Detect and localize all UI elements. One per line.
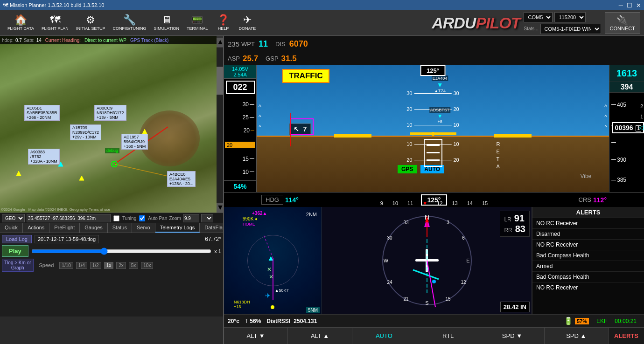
restore-button[interactable]: ☐ (627, 2, 632, 9)
svg-text:12: 12 (461, 280, 466, 285)
tab-telemetry-logs[interactable]: Telemetry Logs (155, 223, 200, 233)
alert-armed[interactable]: Armed (532, 261, 644, 272)
speed-btn-1x[interactable]: 1x (104, 262, 114, 269)
auto-button[interactable]: AUTO (352, 328, 416, 344)
aircraft-a90383[interactable]: A90383/B752+328A - 10NM (28, 149, 60, 165)
heading-center-box: 125° (421, 194, 448, 206)
scroll-up[interactable]: ▲ (217, 38, 223, 47)
autopan-label: Auto Pan (148, 216, 167, 221)
alt-second-value: 394 (609, 82, 644, 93)
alerts-end-button[interactable]: ALERTS (609, 332, 644, 339)
toolbar-flight-data[interactable]: 🏠 FLIGHT DATA (4, 14, 38, 32)
alert-no-rc-3[interactable]: NO RC Receiver (532, 282, 644, 293)
tab-preflight[interactable]: PreFlight (49, 223, 80, 233)
hdg-value: 114° (285, 196, 299, 204)
scroll-thumb[interactable] (217, 67, 223, 95)
speed-btn-1-4[interactable]: 1/4 (76, 262, 87, 269)
battery-display: 🔋 57% (560, 316, 593, 325)
speed-btn-10x[interactable]: 10x (141, 262, 153, 269)
toolbar-flight-plan[interactable]: 🗺 FLIGHT PLAN (38, 14, 72, 32)
tab-quick[interactable]: Quick (0, 223, 23, 233)
tab-actions[interactable]: Actions (23, 223, 49, 233)
svg-marker-3 (16, 171, 21, 176)
aircraft-a80cc9[interactable]: A80CC9N618DH/C172+13v - 5NM (94, 105, 126, 121)
status-right: 🔋 57% EKF 00:00:21 (560, 316, 640, 325)
baud-rate-select[interactable]: 115200 (554, 12, 586, 22)
tuning-checkbox[interactable] (113, 215, 119, 221)
hdop-value: 0.7 (15, 38, 22, 43)
autopan-checkbox[interactable] (139, 215, 145, 221)
aircraft-a1b709[interactable]: A1B709N2099D/C172+29v - 10NM (70, 124, 101, 140)
tab-dataflash-logs[interactable]: DataFlash Logs (200, 223, 223, 233)
alt-405: 405 (610, 102, 643, 108)
aircraft-a4bce0[interactable]: A4BCE0EJA404/E5+128A - 20... (167, 171, 196, 187)
toolbar-simulation[interactable]: 🖥 SIMULATION (150, 14, 183, 32)
toolbar-config-tuning[interactable]: 🔧 CONFIG/TUNING (109, 14, 150, 32)
map-scrollbar[interactable]: ▲ ▼ (217, 36, 223, 213)
zoom-select[interactable] (201, 214, 213, 222)
rtl-button[interactable]: RTL (416, 328, 480, 344)
gps-badge: GPS (398, 165, 417, 173)
t-value: 56% (250, 318, 261, 324)
toolbar-terminal[interactable]: 📟 TERMINAL (183, 14, 212, 32)
tuning-label: Tuning (122, 216, 136, 221)
tab-gauges[interactable]: Gauges (80, 223, 108, 233)
aircraft-ae05b1[interactable]: AE05B1SABRE35/K35R+266 - 20NM (24, 105, 60, 121)
scroll-track[interactable] (217, 48, 223, 203)
load-log-button[interactable]: Load Log (2, 235, 32, 243)
tlog-km-button[interactable]: Tlog > Km orGraph (2, 259, 34, 272)
tlog-slider[interactable] (31, 248, 212, 255)
horizon-right (494, 134, 532, 138)
minimize-button[interactable]: ─ (619, 2, 623, 9)
speed-btn-5x[interactable]: 5x (129, 262, 139, 269)
speed-label: Speed (39, 262, 54, 268)
map-area[interactable]: AE05B1SABRE35/K35R+266 - 20NM A80CC9N618… (0, 36, 223, 213)
hsi-compass[interactable]: N E S W 3 6 12 15 21 24 30 33 (322, 207, 532, 314)
connect-button[interactable]: 🔌 CONNECT (605, 12, 640, 34)
toolbar-donate[interactable]: ✈ DONATE (235, 14, 259, 32)
alert-bad-compass-1[interactable]: Bad Compass Health (532, 250, 644, 261)
aircraft-ad1957[interactable]: AD19575964/CRJ9+360 - 5NM (121, 134, 148, 150)
wpt-value: 11 (259, 39, 268, 49)
temperature-display: 20°c (228, 318, 239, 324)
coordinates-input[interactable] (27, 214, 111, 222)
ahi-arrows-left: ^ ^ ^ (259, 103, 261, 131)
alt-up-button[interactable]: ALT ▲ (288, 328, 352, 344)
hdg-display: HDG 114° (261, 195, 299, 205)
alert-no-rc-2[interactable]: NO RC Receiver (532, 240, 644, 250)
alert-disarmed[interactable]: Disarmed (532, 229, 644, 240)
config-tuning-label: CONFIG/TUNING (113, 26, 147, 31)
com-port-select[interactable]: COM5 (524, 12, 553, 22)
toolbar-initial-setup[interactable]: ⚙ INITIAL SETUP (72, 14, 109, 32)
spd-up-button[interactable]: SPD ▲ (545, 328, 609, 344)
alt-down-button[interactable]: ALT ▼ (224, 328, 288, 344)
crs-value: 112° (593, 196, 607, 204)
speed-btn-2x[interactable]: 2x (116, 262, 126, 269)
toolbar: 🏠 FLIGHT DATA 🗺 FLIGHT PLAN ⚙ INITIAL SE… (0, 10, 644, 36)
speed-btn-1-10[interactable]: 1/10 (59, 262, 73, 269)
tab-status[interactable]: Status (108, 223, 132, 233)
gps-track: GPS Track (Black) (130, 38, 168, 43)
svg-text:E: E (466, 258, 469, 263)
spd-down-button[interactable]: SPD ▼ (480, 328, 544, 344)
profile-select[interactable]: COM5-1-FIXED WING (540, 24, 601, 34)
spd-up-label: SPD ▲ (566, 332, 586, 339)
alert-no-rc-1[interactable]: NO RC Receiver (532, 218, 644, 229)
dist-rssi-label: DistRSSI (266, 318, 290, 324)
alert-bad-compass-2[interactable]: Bad Compass Health (532, 272, 644, 282)
alerts-panel: ALERTS NO RC Receiver Disarmed NO RC Rec… (532, 207, 644, 314)
app-title: Mission Planner 1.3.52.10 build 1.3.52.1… (10, 2, 104, 8)
projection-select[interactable]: GEO (2, 214, 25, 222)
crs-display: CRS 112° (579, 196, 607, 204)
mini-map[interactable]: +362▲ 990K ♦HOME ▲ ✕ ✕ 2NM ▲50K7 (224, 207, 322, 314)
zoom-input[interactable] (183, 214, 199, 222)
heading-bar: HDG 114° 125° CRS 112° 9 10 11 ▼ 12 13 (224, 192, 644, 207)
speed-btn-1-2[interactable]: 1/2 (90, 262, 101, 269)
close-button[interactable]: ✕ (636, 2, 641, 9)
play-button[interactable]: Play (2, 245, 28, 257)
actionbar: ALT ▼ ALT ▲ AUTO RTL SPD ▼ SPD ▲ (224, 327, 644, 344)
alt-385: 385 (610, 177, 643, 183)
toolbar-help[interactable]: ❓ HELP (211, 14, 235, 32)
tab-servo[interactable]: Servo (132, 223, 155, 233)
scroll-down[interactable]: ▼ (217, 203, 223, 213)
